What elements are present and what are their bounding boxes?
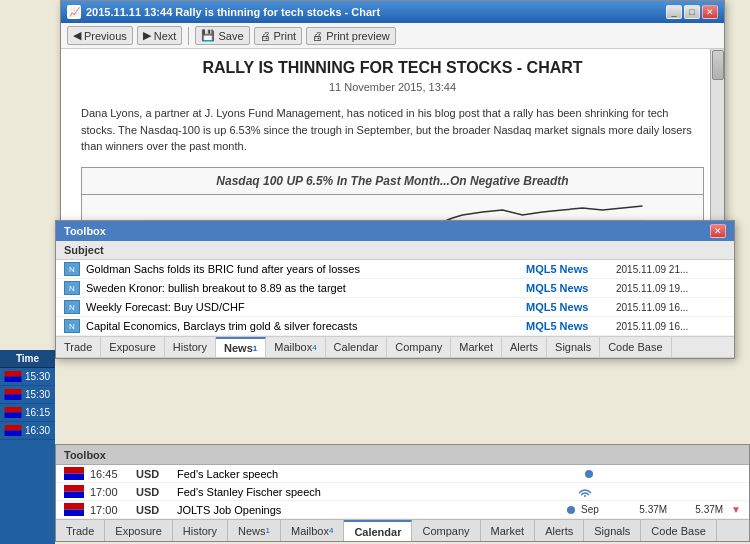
- toolbox-title: Toolbox: [64, 225, 106, 237]
- bottom-tab-codebase[interactable]: Code Base: [641, 520, 716, 541]
- flag-icon-2: [4, 389, 22, 400]
- time-entry-3: 16:15: [0, 404, 55, 422]
- print-preview-icon: 🖨: [312, 30, 323, 42]
- next-label: Next: [154, 30, 177, 42]
- bottom-tab-exposure[interactable]: Exposure: [105, 520, 172, 541]
- calendar-row-1[interactable]: 16:45 USD Fed's Lacker speech: [56, 465, 749, 483]
- toolbar-separator-1: [188, 27, 189, 45]
- svg-rect-26: [64, 485, 84, 492]
- cal-indicator-1: [585, 470, 593, 478]
- toolbox-tab-bar: Trade Exposure History News1 Mailbox4 Ca…: [56, 336, 734, 358]
- print-label: Print: [274, 30, 297, 42]
- time-entry-1: 15:30: [0, 368, 55, 386]
- tab-trade[interactable]: Trade: [56, 337, 101, 357]
- wifi-icon: [577, 487, 593, 497]
- news-title-3: Weekly Forecast: Buy USD/CHF: [86, 301, 526, 313]
- bottom-toolbox-label: Toolbox: [64, 449, 106, 461]
- chart-toolbar: ◀ Previous ▶ Next 💾 Save 🖨 Print 🖨 Print…: [61, 23, 724, 49]
- article-body: Dana Lyons, a partner at J. Lyons Fund M…: [81, 105, 704, 155]
- time-header: Time: [0, 350, 55, 368]
- calendar-row-2[interactable]: 17:00 USD Fed's Stanley Fischer speech: [56, 483, 749, 501]
- cal-month-3: Sep: [581, 504, 611, 515]
- table-row[interactable]: N Goldman Sachs folds its BRIC fund afte…: [56, 260, 734, 279]
- news-date-3: 2015.11.09 16...: [616, 302, 726, 313]
- cal-arrow-3: ▼: [731, 504, 741, 515]
- svg-rect-29: [64, 503, 84, 510]
- prev-arrow-icon: ◀: [73, 29, 81, 42]
- scrollbar-thumb[interactable]: [712, 50, 724, 80]
- time-entry-2: 15:30: [0, 386, 55, 404]
- print-button[interactable]: 🖨 Print: [254, 27, 303, 45]
- chart-label: Nasdaq 100 UP 6.5% In The Past Month...O…: [82, 168, 703, 195]
- bottom-tab-mailbox[interactable]: Mailbox4: [281, 520, 344, 541]
- close-button[interactable]: ✕: [702, 5, 718, 19]
- save-label: Save: [218, 30, 243, 42]
- cal-time-3: 17:00: [90, 504, 130, 516]
- bottom-tab-news[interactable]: News1: [228, 520, 281, 541]
- svg-rect-18: [5, 389, 22, 395]
- tab-exposure[interactable]: Exposure: [101, 337, 164, 357]
- table-row[interactable]: N Weekly Forecast: Buy USD/CHF MQL5 News…: [56, 298, 734, 317]
- cal-currency-2: USD: [136, 486, 171, 498]
- print-preview-button[interactable]: 🖨 Print preview: [306, 27, 396, 45]
- time-value-2: 15:30: [25, 389, 50, 400]
- cal-prev-3: 5.37M: [617, 504, 667, 515]
- news-date-2: 2015.11.09 19...: [616, 283, 726, 294]
- calendar-row-3[interactable]: 17:00 USD JOLTS Job Openings Sep 5.37M 5…: [56, 501, 749, 519]
- maximize-button[interactable]: □: [684, 5, 700, 19]
- svg-rect-23: [5, 431, 22, 437]
- table-row[interactable]: N Sweden Kronor: bullish breakout to 8.8…: [56, 279, 734, 298]
- save-icon: 💾: [201, 29, 215, 42]
- cal-event-1: Fed's Lacker speech: [177, 468, 579, 480]
- time-value-4: 16:30: [25, 425, 50, 436]
- tab-mailbox[interactable]: Mailbox4: [266, 337, 325, 357]
- news-icon-1: N: [64, 262, 80, 276]
- next-arrow-icon: ▶: [143, 29, 151, 42]
- window-controls[interactable]: _ □ ✕: [666, 5, 718, 19]
- news-icon-3: N: [64, 300, 80, 314]
- next-button[interactable]: ▶ Next: [137, 26, 183, 45]
- news-icon-4: N: [64, 319, 80, 333]
- bottom-toolbox-title: Toolbox: [56, 445, 749, 465]
- cal-event-2: Fed's Stanley Fischer speech: [177, 486, 571, 498]
- flag-icon-4: [4, 425, 22, 436]
- bottom-tab-signals[interactable]: Signals: [584, 520, 641, 541]
- tab-history[interactable]: History: [165, 337, 216, 357]
- print-icon: 🖨: [260, 30, 271, 42]
- news-source-1: MQL5 News: [526, 263, 616, 275]
- svg-rect-17: [5, 377, 22, 383]
- news-date-4: 2015.11.09 16...: [616, 321, 726, 332]
- cal-currency-1: USD: [136, 468, 171, 480]
- tab-alerts[interactable]: Alerts: [502, 337, 547, 357]
- svg-rect-22: [5, 425, 22, 431]
- time-sidebar: Time 15:30 15:30 16:15 16:30: [0, 350, 55, 544]
- tab-company[interactable]: Company: [387, 337, 451, 357]
- cal-time-2: 17:00: [90, 486, 130, 498]
- news-source-2: MQL5 News: [526, 282, 616, 294]
- tab-signals[interactable]: Signals: [547, 337, 600, 357]
- table-row[interactable]: N Capital Economics, Barclays trim gold …: [56, 317, 734, 336]
- toolbox-close-button[interactable]: ✕: [710, 224, 726, 238]
- tab-market[interactable]: Market: [451, 337, 502, 357]
- prev-label: Previous: [84, 30, 127, 42]
- tab-codebase[interactable]: Code Base: [600, 337, 671, 357]
- minimize-button[interactable]: _: [666, 5, 682, 19]
- chart-window-icon: 📈: [67, 5, 81, 19]
- save-button[interactable]: 💾 Save: [195, 26, 249, 45]
- bottom-tab-trade[interactable]: Trade: [56, 520, 105, 541]
- bottom-toolbox: Toolbox 16:45 USD Fed's Lacker speech 17…: [55, 444, 750, 542]
- tab-news[interactable]: News1: [216, 337, 266, 357]
- cal-time-1: 16:45: [90, 468, 130, 480]
- bottom-tab-calendar[interactable]: Calendar: [344, 520, 412, 541]
- news-date-1: 2015.11.09 21...: [616, 264, 726, 275]
- cal-flag-2: [64, 485, 84, 498]
- bottom-tab-history[interactable]: History: [173, 520, 228, 541]
- bottom-tab-market[interactable]: Market: [481, 520, 536, 541]
- tab-calendar[interactable]: Calendar: [326, 337, 388, 357]
- prev-button[interactable]: ◀ Previous: [67, 26, 133, 45]
- time-value-3: 16:15: [25, 407, 50, 418]
- bottom-tab-alerts[interactable]: Alerts: [535, 520, 584, 541]
- svg-rect-21: [5, 413, 22, 419]
- bottom-tab-company[interactable]: Company: [412, 520, 480, 541]
- svg-rect-27: [64, 492, 84, 499]
